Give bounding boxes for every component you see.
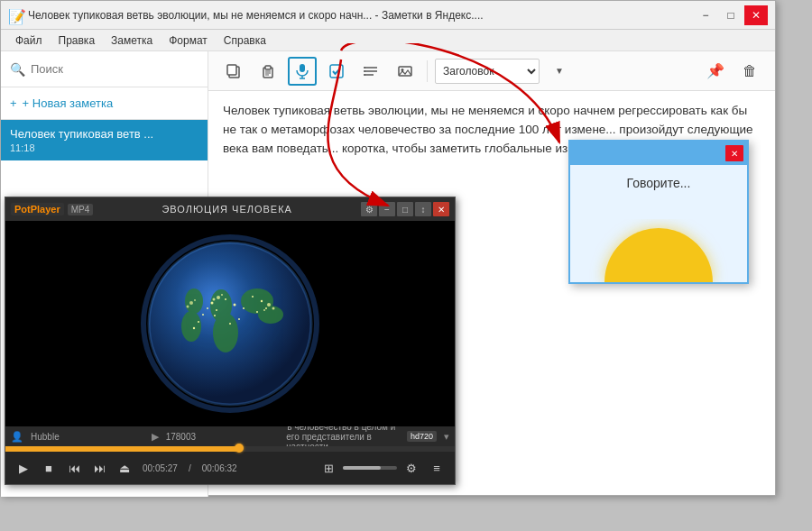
pot-title-bar: PotPlayer MP4 ЭВОЛЮЦИЯ ЧЕЛОВЕКА ⚙ − □ ↕ … [5, 197, 455, 221]
search-bar: 🔍 [1, 51, 208, 87]
pot-video-area[interactable] [5, 221, 455, 426]
settings-button[interactable]: ⚙ [401, 457, 422, 479]
svg-point-25 [181, 311, 201, 342]
close-button[interactable]: ✕ [744, 5, 768, 25]
pot-status-bar: 👤 Hubble ▶ 178003 ъ человечество в целом… [5, 426, 455, 446]
svg-point-24 [185, 288, 203, 314]
pot-win-buttons: ⚙ − □ ↕ ✕ [361, 202, 449, 216]
svg-point-31 [225, 298, 226, 300]
volume-fill [343, 466, 381, 470]
svg-point-46 [221, 294, 223, 296]
search-input[interactable] [31, 62, 198, 76]
new-note-label: + Новая заметка [23, 96, 114, 110]
svg-point-52 [263, 309, 265, 311]
menu-format[interactable]: Формат [161, 32, 215, 49]
app-icon: 📝 [8, 8, 23, 23]
checkbox-button[interactable] [322, 57, 351, 86]
note-time: 11:18 [10, 142, 198, 153]
voice-popup-title-bar: ✕ [570, 142, 747, 165]
svg-rect-3 [265, 66, 271, 69]
voice-speaking-text: Говорите... [627, 176, 691, 190]
menu-file[interactable]: Файл [8, 32, 50, 49]
next-button[interactable]: ⏭ [88, 457, 110, 479]
menu-note[interactable]: Заметка [104, 32, 160, 49]
minimize-button[interactable]: − [694, 5, 717, 25]
pot-close-button[interactable]: ✕ [433, 202, 449, 216]
copy-button[interactable] [219, 57, 248, 86]
svg-point-23 [213, 313, 238, 352]
svg-point-29 [211, 302, 214, 305]
svg-point-15 [364, 70, 365, 72]
trash-button[interactable]: 🗑 [735, 57, 764, 86]
prev-button[interactable]: ⏮ [63, 457, 85, 479]
pot-player-window: PotPlayer MP4 ЭВОЛЮЦИЯ ЧЕЛОВЕКА ⚙ − □ ↕ … [5, 197, 456, 485]
pot-controls: ▶ ■ ⏮ ⏭ ⏏ 00:05:27 / 00:06:32 ⊞ ⚙ ≡ [5, 452, 455, 484]
svg-rect-1 [227, 65, 236, 75]
svg-point-32 [234, 304, 236, 307]
new-note-icon: + [10, 96, 17, 110]
pot-status-count: 178003 [166, 432, 280, 442]
toolbar: Заголовок Обычный текст ▼ 📌 🗑 [208, 51, 775, 91]
svg-point-49 [194, 299, 196, 301]
svg-point-43 [238, 318, 240, 320]
paste-button[interactable] [254, 57, 282, 86]
svg-point-30 [216, 309, 217, 311]
pot-restore-button[interactable]: □ [397, 202, 413, 216]
sun-container [579, 219, 738, 282]
window-title: Человек тупиковая ветвь эволюции, мы не … [28, 9, 694, 22]
svg-rect-7 [300, 64, 305, 72]
microphone-button[interactable] [288, 57, 317, 86]
eject-button[interactable]: ⏏ [114, 457, 135, 479]
user-icon: 👤 [11, 431, 23, 443]
progress-thumb [235, 444, 244, 453]
menu-edit[interactable]: Правка [51, 32, 103, 49]
earth-visualization [135, 229, 325, 418]
pot-tag: MP4 [68, 204, 94, 215]
pot-stretch-button[interactable]: ↕ [415, 202, 431, 216]
pot-title-text: ЭВОЛЮЦИЯ ЧЕЛОВЕКА [97, 204, 357, 215]
play-icon: ▶ [152, 431, 159, 443]
svg-point-38 [265, 307, 267, 309]
title-bar: 📝 Человек тупиковая ветвь эволюции, мы н… [1, 1, 775, 30]
svg-point-50 [267, 303, 271, 307]
maximize-button[interactable]: □ [719, 5, 743, 25]
dropdown-arrow[interactable]: ▼ [545, 57, 574, 86]
svg-point-34 [202, 314, 204, 316]
menu-button[interactable]: ≡ [426, 457, 448, 479]
svg-point-37 [261, 300, 263, 302]
capture-button[interactable]: ⊞ [318, 457, 339, 479]
svg-point-47 [189, 301, 193, 305]
format-dropdown[interactable]: Заголовок Обычный текст [435, 59, 540, 84]
play-button[interactable]: ▶ [13, 457, 34, 479]
progress-fill [5, 446, 239, 452]
menu-help[interactable]: Справка [217, 32, 273, 49]
new-note-button[interactable]: + + Новая заметка [1, 87, 208, 120]
svg-point-14 [364, 67, 365, 69]
pot-logo[interactable]: PotPlayer [11, 203, 64, 215]
sun-semicircle [604, 228, 713, 282]
voice-popup: ✕ Говорите... [568, 140, 749, 284]
pot-progress-bar[interactable] [5, 446, 455, 452]
settings-small-icon[interactable]: ▾ [444, 431, 449, 443]
image-button[interactable] [391, 57, 420, 86]
stop-button[interactable]: ■ [38, 457, 60, 479]
pin-button[interactable]: 📌 [701, 57, 730, 86]
pot-settings-button[interactable]: ⚙ [361, 202, 377, 216]
svg-point-41 [193, 327, 195, 329]
svg-point-44 [217, 296, 220, 299]
volume-slider[interactable] [343, 466, 397, 470]
voice-close-button[interactable]: ✕ [725, 145, 743, 161]
pot-minimize-button[interactable]: − [379, 202, 395, 216]
svg-point-16 [364, 74, 365, 76]
svg-point-28 [207, 307, 208, 309]
svg-point-40 [198, 321, 199, 323]
note-list-item[interactable]: Человек тупиковая ветв ... 11:18 [1, 120, 208, 160]
voice-content: Говорите... [570, 165, 747, 282]
time-sep: / [189, 463, 191, 473]
window-controls: − □ ✕ [694, 5, 768, 25]
list-button[interactable] [356, 57, 385, 86]
svg-point-45 [213, 298, 216, 301]
quality-badge: hd720 [407, 431, 437, 442]
note-title: Человек тупиковая ветв ... [10, 127, 198, 141]
svg-point-36 [252, 296, 254, 298]
